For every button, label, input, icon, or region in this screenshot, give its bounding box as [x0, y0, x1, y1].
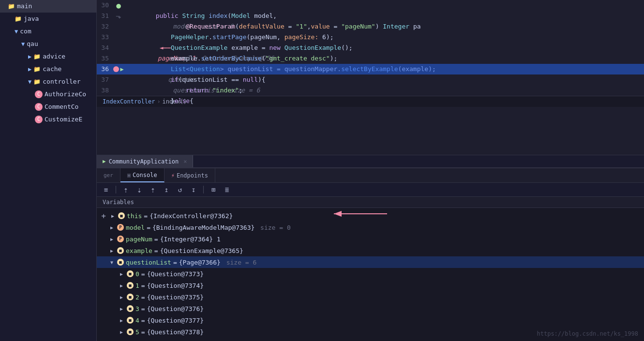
- gutter-35: [114, 53, 123, 64]
- sidebar-item-comment[interactable]: C CommentCo: [0, 101, 96, 113]
- expand-model[interactable]: ▶: [108, 224, 115, 231]
- bookmark-icon: ⬎: [116, 12, 121, 20]
- expand-this[interactable]: ▶: [109, 212, 116, 219]
- expand-pagenum[interactable]: ▶: [108, 236, 115, 242]
- var-name-model: model: [126, 224, 145, 231]
- var-value-q5: {Question@7378}: [147, 328, 204, 336]
- tab-console[interactable]: ▣ Console: [120, 168, 165, 182]
- debug-toolbar: ≡ ⇡ ⇣ ⇡ ↥ ↺ ↧ ⊞ ≣: [97, 183, 644, 197]
- toolbar-btn-run[interactable]: ↥: [161, 184, 172, 195]
- var-questionlist[interactable]: ▼ ■ questionList = {Page@7366} size = 6: [97, 256, 644, 268]
- var-name-q4: 4: [135, 317, 139, 324]
- line-num-36: 36: [97, 64, 114, 74]
- folder-icon2: 📁: [33, 64, 41, 74]
- line-num-37: 37: [97, 74, 114, 85]
- var-icon-q5: ■: [127, 328, 134, 335]
- gutter-37: [114, 74, 123, 85]
- var-value-model: {BindingAwareModelMap@7363}: [152, 224, 255, 231]
- expand-example[interactable]: ▶: [108, 247, 115, 254]
- toolbar-btn-reload[interactable]: ↺: [175, 184, 185, 195]
- line-content-36: if(questionList == null){ questionList: …: [123, 64, 644, 74]
- sidebar-item-main[interactable]: 📁 main: [0, 0, 96, 13]
- var-model[interactable]: ▶ P model = {BindingAwareModelMap@7363} …: [97, 222, 644, 233]
- toolbar-btn-down[interactable]: ↧: [188, 184, 199, 195]
- line-num-33: 33: [97, 32, 114, 43]
- var-icon-pagenum: P: [117, 236, 124, 242]
- gutter-32: [114, 21, 123, 32]
- folder-icon: 📁: [15, 14, 22, 24]
- gutter-36: ▶: [114, 64, 123, 74]
- var-q3[interactable]: ▶ ■ 3 = {Question@7376}: [97, 303, 644, 314]
- app-tab[interactable]: ▶ CommunityApplication ×: [97, 155, 193, 167]
- var-name-pagenum: pageNum: [126, 236, 152, 243]
- expand-q3[interactable]: ▶: [118, 305, 125, 312]
- var-value-q2: {Question@7375}: [147, 294, 204, 301]
- toolbar-btn-step-over[interactable]: ⇡: [120, 184, 131, 195]
- var-q0[interactable]: ▶ ■ 0 = {Question@7373}: [97, 268, 644, 280]
- var-value-q1: {Question@7374}: [147, 282, 204, 289]
- var-icon-example: ■: [117, 247, 124, 254]
- line-content-31: @RequestParam(defaultValue = "1",value =…: [123, 11, 644, 21]
- class-icon: C: [35, 90, 43, 98]
- run-icon: ▶: [103, 158, 106, 164]
- toolbar-sep-2: [203, 186, 204, 193]
- toolbar-btn-menu[interactable]: ≡: [101, 184, 111, 195]
- var-name-q2: 2: [135, 294, 139, 301]
- sidebar-item-qau[interactable]: ▼ qau: [0, 38, 96, 50]
- line-num-35: 35: [97, 53, 114, 64]
- toolbar-btn-step-out[interactable]: ⇡: [148, 184, 158, 195]
- expand-q0[interactable]: ▶: [118, 270, 125, 277]
- gutter-33: [114, 32, 123, 43]
- endpoints-icon: ⚡: [171, 172, 175, 179]
- var-value-example: {QuestionExample@7365}: [160, 247, 243, 254]
- var-q2[interactable]: ▶ ■ 2 = {Question@7375}: [97, 291, 644, 303]
- expand-q4[interactable]: ▶: [118, 317, 125, 324]
- line-num-31: 31: [97, 11, 114, 21]
- code-line-30: 30 ● public String index(Model model, mo…: [97, 0, 644, 11]
- app-tab-bar: ▶ CommunityApplication ×: [97, 155, 644, 167]
- var-q4[interactable]: ▶ ■ 4 = {Question@7377}: [97, 314, 644, 326]
- class-icon: C: [35, 116, 43, 123]
- toolbar-btn-step-into[interactable]: ⇣: [134, 184, 145, 195]
- sidebar-item-controller[interactable]: ▼ 📁 controller: [0, 75, 96, 88]
- var-value-questionlist: {Page@7366}: [179, 259, 221, 266]
- sidebar-item-authorize[interactable]: C AuthorizeCo: [0, 88, 96, 101]
- sidebar-item-customize[interactable]: C CustomizeE: [0, 113, 96, 126]
- sidebar-item-com[interactable]: ▼ com: [0, 25, 96, 38]
- line-num-38: 38: [97, 85, 114, 96]
- line-num-32: 32: [97, 21, 114, 32]
- var-q1[interactable]: ▶ ■ 1 = {Question@7374}: [97, 280, 644, 291]
- gutter-30: ●: [114, 0, 123, 11]
- sidebar-item-advice[interactable]: ▶ 📁 advice: [0, 50, 96, 63]
- tab-endpoints[interactable]: ⚡ Endpoints: [165, 168, 215, 182]
- line-content-37: return "index";: [123, 74, 644, 85]
- code-line-37: 37 return "index";: [97, 74, 644, 85]
- var-name-q0: 0: [135, 270, 139, 278]
- var-icon-model: P: [117, 224, 124, 231]
- line-content-35: List<Question> questionList = questionMa…: [123, 53, 644, 64]
- var-this[interactable]: + ▶ ■ this = {IndexController@7362}: [97, 210, 644, 222]
- toolbar-btn-grid[interactable]: ⊞: [208, 184, 219, 195]
- watermark: https://blog.csdn.net/ks_1998: [537, 330, 638, 337]
- folder-icon: ▼: [28, 76, 31, 87]
- sidebar-item-java[interactable]: 📁 java: [0, 13, 96, 25]
- var-icon-q0: ■: [127, 270, 134, 277]
- sidebar-item-cache[interactable]: ▶ 📁 cache: [0, 63, 96, 75]
- expand-q1[interactable]: ▶: [118, 282, 125, 289]
- expand-q2[interactable]: ▶: [118, 294, 125, 300]
- add-watch-btn[interactable]: +: [99, 211, 107, 220]
- code-line-35: 35 List<Question> questionList = questio…: [97, 53, 644, 64]
- line-content-34: example.setOrderByClause("gmt_create des…: [123, 43, 644, 53]
- folder-icon: ▶: [28, 64, 31, 74]
- var-pagenum[interactable]: ▶ P pageNum = {Integer@7364} 1: [97, 233, 644, 245]
- var-example[interactable]: ▶ ■ example = {QuestionExample@7365}: [97, 245, 644, 256]
- run-icon: ●: [116, 1, 121, 10]
- code-line-36: 36 ▶ if(questionList == null){ questionL…: [97, 64, 644, 74]
- toolbar-btn-list[interactable]: ≣: [222, 184, 232, 195]
- line-content-32: PageHelper.startPage(pageNum, pageSize: …: [123, 21, 644, 32]
- expand-q5[interactable]: ▶: [118, 328, 125, 335]
- folder-icon2: 📁: [33, 76, 41, 87]
- var-value-q4: {Question@7377}: [147, 317, 204, 324]
- tab-debugger[interactable]: ger: [97, 168, 120, 182]
- expand-questionlist[interactable]: ▼: [108, 259, 115, 266]
